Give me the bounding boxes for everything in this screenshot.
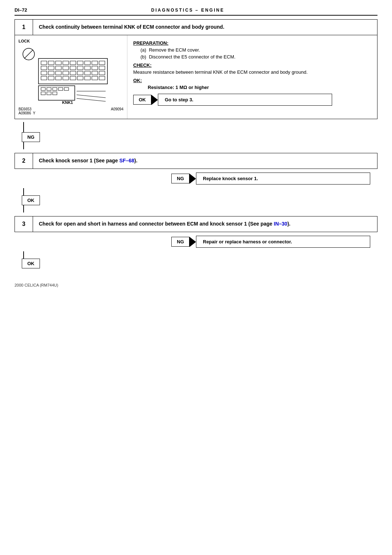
svg-rect-46 [47, 92, 51, 95]
ecm-connector-diagram: KNK1 [19, 44, 117, 106]
ok-arrow [151, 95, 158, 105]
diagram-caption: BE6653 A09086 Y A09094 [19, 107, 123, 115]
ok-flow-row: OK Go to step 3. [133, 94, 371, 106]
svg-line-49 [77, 95, 106, 98]
caption-a09094: A09094 [111, 107, 123, 115]
svg-rect-41 [47, 88, 51, 90]
svg-text:KNK1: KNK1 [62, 100, 73, 105]
svg-rect-3 [41, 61, 47, 65]
step3-ng-flow: NG Repair or replace harness or connecto… [15, 236, 377, 248]
step2-ok-label: OK [22, 195, 40, 205]
ok-flow-result: Go to step 3. [158, 94, 332, 106]
step2-ng-flow: NG Replace knock sensor 1. [15, 173, 377, 185]
svg-rect-47 [53, 92, 57, 95]
svg-rect-16 [70, 66, 76, 70]
svg-line-50 [77, 98, 106, 101]
step2-box: 2 Check knock sensor 1 (See page SF–68). [15, 153, 377, 169]
svg-rect-42 [53, 88, 57, 90]
step1-diagram-area: LOCK [15, 35, 127, 119]
check-text: Measure resistance between terminal KNK … [133, 69, 371, 75]
svg-rect-28 [92, 71, 98, 75]
svg-rect-22 [48, 71, 54, 75]
svg-rect-19 [92, 66, 98, 70]
step3-box: 3 Check for open and short in harness an… [15, 216, 377, 232]
step2-link[interactable]: SF–68 [119, 158, 134, 163]
svg-rect-25 [70, 71, 76, 75]
svg-rect-10 [92, 61, 98, 65]
ok-flow-label: OK [133, 95, 151, 105]
svg-rect-32 [56, 76, 61, 80]
svg-rect-35 [77, 76, 83, 80]
step3-ok-label: OK [22, 259, 40, 268]
step2-ng-result: Replace knock sensor 1. [196, 173, 370, 185]
svg-line-1 [24, 50, 33, 58]
title-separator: – [195, 8, 201, 13]
svg-rect-23 [56, 71, 61, 75]
step1-body: LOCK [15, 35, 377, 119]
svg-rect-45 [41, 92, 45, 95]
caption-a09086: A09086 Y [19, 111, 36, 115]
step2-section: 2 Check knock sensor 1 (See page SF–68).… [15, 153, 377, 212]
step1-number: 1 [15, 20, 33, 35]
svg-rect-26 [77, 71, 83, 75]
caption-be: BE6653 [19, 107, 36, 111]
svg-rect-20 [99, 66, 105, 70]
step2-title: Check knock sensor 1 (See page SF–68). [33, 153, 377, 169]
svg-rect-18 [85, 66, 90, 70]
step3-title: Check for open and short in harness and … [33, 216, 377, 232]
svg-rect-29 [99, 71, 105, 75]
svg-rect-30 [41, 76, 47, 80]
svg-rect-37 [92, 76, 98, 80]
svg-rect-40 [41, 88, 45, 90]
step1-instructions: PREPARATION: (a) Remove the ECM cover. (… [127, 35, 377, 119]
engine-label: ENGINE [201, 8, 224, 13]
svg-rect-11 [99, 61, 105, 65]
svg-rect-36 [85, 76, 90, 80]
svg-rect-4 [48, 61, 54, 65]
step2-ng-arrow [189, 174, 196, 184]
page-header: DI–72 DIAGNOSTICS – ENGINE [15, 7, 377, 13]
svg-rect-7 [70, 61, 76, 65]
svg-rect-24 [63, 71, 69, 75]
svg-rect-39 [38, 86, 75, 100]
svg-rect-17 [77, 66, 83, 70]
svg-rect-43 [58, 88, 63, 90]
svg-rect-13 [48, 66, 54, 70]
step2-ng-label: NG [171, 174, 189, 183]
svg-rect-15 [63, 66, 69, 70]
resistance-text: Resistance: 1 MΩ or higher [148, 85, 371, 90]
diagnostics-label: DIAGNOSTICS [151, 8, 193, 13]
svg-rect-33 [63, 76, 69, 80]
svg-rect-31 [48, 76, 54, 80]
step3-ng-arrow [189, 237, 196, 247]
svg-rect-38 [99, 76, 105, 80]
step3-ng-label: NG [171, 237, 189, 247]
check-label: CHECK: [133, 62, 152, 68]
step1-title: Check continuity between terminal KNK of… [33, 20, 377, 35]
svg-rect-9 [85, 61, 90, 65]
step3-link[interactable]: IN–30 [274, 221, 287, 227]
prep-b: (b) Disconnect the E5 connector of the E… [140, 54, 371, 60]
step1-box: 1 Check continuity between terminal KNK … [15, 19, 377, 35]
prep-a: (a) Remove the ECM cover. [140, 47, 371, 53]
step3-section: 3 Check for open and short in harness an… [15, 216, 377, 268]
page-id: DI–72 [15, 7, 27, 13]
step3-number: 3 [15, 216, 33, 232]
svg-rect-6 [63, 61, 69, 65]
svg-rect-5 [56, 61, 61, 65]
svg-rect-21 [41, 71, 47, 75]
ng-label-1: NG [22, 132, 40, 142]
step3-ng-result: Repair or replace harness or connector. [196, 236, 370, 248]
lock-label: LOCK [19, 39, 123, 43]
step2-number: 2 [15, 153, 33, 169]
svg-rect-44 [64, 88, 69, 90]
svg-rect-34 [70, 76, 76, 80]
page-footer: 2000 CELICA (RM744U) [15, 283, 377, 287]
page-title: DIAGNOSTICS – ENGINE [27, 8, 348, 13]
svg-rect-27 [85, 71, 90, 75]
svg-rect-12 [41, 66, 47, 70]
svg-rect-14 [56, 66, 61, 70]
svg-rect-8 [77, 61, 83, 65]
ok-label: OK: [133, 78, 142, 83]
top-divider [15, 15, 377, 16]
